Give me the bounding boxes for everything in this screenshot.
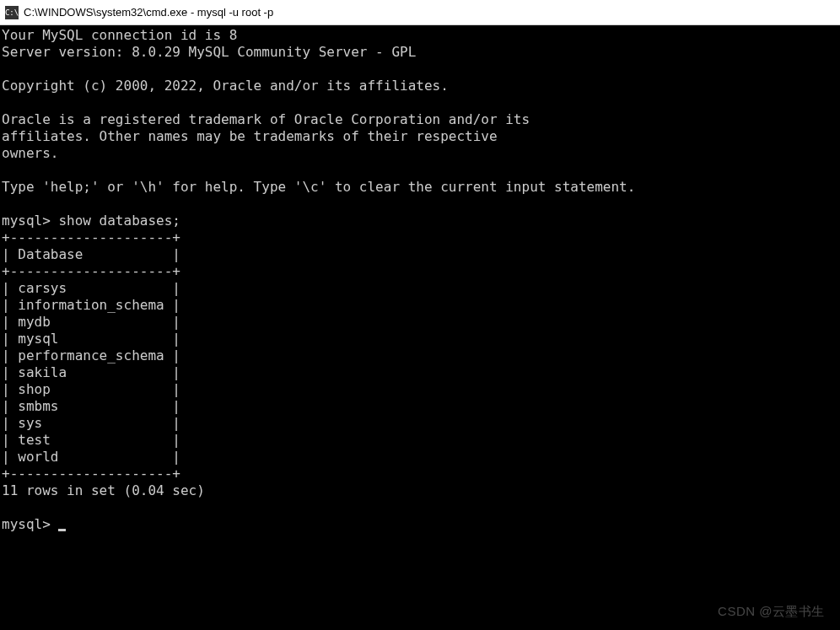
table-row: | performance_schema | <box>2 347 180 363</box>
help-line: Type 'help;' or '\h' for help. Type '\c'… <box>2 179 635 195</box>
table-row: | carsys | <box>2 280 180 296</box>
table-border-bottom: +--------------------+ <box>2 466 180 482</box>
table-row: | sakila | <box>2 364 180 380</box>
window-title: C:\WINDOWS\system32\cmd.exe - mysql -u r… <box>24 6 273 19</box>
mysql-prompt: mysql> <box>2 213 51 229</box>
trademark-lines: Oracle is a registered trademark of Orac… <box>2 111 530 161</box>
table-row: | mysql | <box>2 331 180 347</box>
cmd-icon: C:\ <box>5 6 19 19</box>
watermark: CSDN @云墨书生 <box>718 604 825 620</box>
copyright-line: Copyright (c) 2000, 2022, Oracle and/or … <box>2 78 449 94</box>
table-border-mid: +--------------------+ <box>2 263 180 279</box>
table-row: | world | <box>2 449 180 465</box>
result-summary: 11 rows in set (0.04 sec) <box>2 482 205 498</box>
table-row: | smbms | <box>2 398 180 414</box>
mysql-prompt: mysql> <box>2 516 51 532</box>
cursor-icon <box>58 529 66 531</box>
terminal-output[interactable]: Your MySQL connection id is 8 Server ver… <box>0 25 840 535</box>
table-row: | mydb | <box>2 314 180 330</box>
table-row: | test | <box>2 432 180 448</box>
connection-id-line: Your MySQL connection id is 8 <box>2 27 237 43</box>
window-titlebar: C:\ C:\WINDOWS\system32\cmd.exe - mysql … <box>0 0 840 25</box>
table-row: | sys | <box>2 415 180 431</box>
table-border-top: +--------------------+ <box>2 229 180 245</box>
command-show-databases: show databases; <box>58 213 180 229</box>
table-row: | information_schema | <box>2 297 180 313</box>
table-header: | Database | <box>2 246 180 262</box>
server-version-line: Server version: 8.0.29 MySQL Community S… <box>2 44 416 60</box>
table-row: | shop | <box>2 381 180 397</box>
